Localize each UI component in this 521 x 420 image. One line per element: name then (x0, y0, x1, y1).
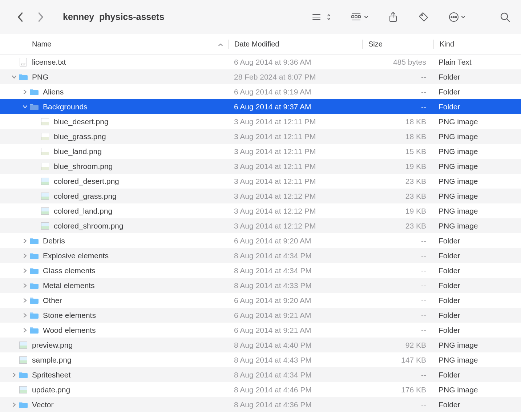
view-list-button[interactable] (312, 13, 331, 21)
disclosure-triangle (32, 192, 40, 200)
file-row[interactable]: blue_grass.png3 Aug 2014 at 12:11 PM18 K… (0, 129, 521, 144)
group-button[interactable] (351, 13, 368, 21)
file-row[interactable]: update.png8 Aug 2014 at 4:46 PM176 KBPNG… (0, 382, 521, 397)
disclosure-triangle[interactable] (10, 371, 18, 379)
disclosure-triangle (32, 133, 40, 141)
nav-buttons (15, 12, 47, 23)
disclosure-triangle[interactable] (21, 326, 29, 334)
item-name: sample.png (32, 356, 72, 364)
folder-icon (18, 73, 28, 81)
disclosure-triangle (32, 148, 40, 156)
folder-row[interactable]: Aliens6 Aug 2014 at 9:19 AM--Folder (0, 84, 521, 99)
folder-icon (29, 237, 39, 245)
item-size: -- (362, 266, 433, 275)
file-row[interactable]: blue_desert.png3 Aug 2014 at 12:11 PM18 … (0, 114, 521, 129)
disclosure-triangle[interactable] (21, 103, 29, 111)
folder-icon (18, 400, 28, 409)
item-date: 6 Aug 2014 at 9:19 AM (228, 88, 362, 96)
forward-button[interactable] (36, 12, 47, 23)
folder-row[interactable]: Stone elements6 Aug 2014 at 9:21 AM--Fol… (0, 308, 521, 323)
column-headers: Name Date Modified Size Kind (0, 34, 521, 54)
text-file-icon (18, 58, 28, 66)
share-button[interactable] (388, 12, 398, 23)
image-file-icon (40, 222, 50, 230)
item-kind: PNG image (433, 207, 521, 215)
disclosure-triangle (10, 386, 18, 394)
column-name[interactable]: Name (32, 40, 228, 48)
file-row[interactable]: blue_shroom.png3 Aug 2014 at 12:11 PM19 … (0, 159, 521, 174)
file-row[interactable]: sample.png8 Aug 2014 at 4:43 PM147 KBPNG… (0, 352, 521, 367)
folder-row[interactable]: Vector8 Aug 2014 at 4:36 PM--Folder (0, 397, 521, 412)
file-row[interactable]: license.txt6 Aug 2014 at 9:36 AM485 byte… (0, 54, 521, 69)
disclosure-triangle[interactable] (10, 73, 18, 81)
disclosure-triangle[interactable] (10, 401, 18, 409)
item-date: 6 Aug 2014 at 9:37 AM (228, 102, 362, 111)
item-name: Vector (32, 400, 54, 409)
folder-icon (29, 311, 39, 320)
file-row[interactable]: colored_grass.png3 Aug 2014 at 12:12 PM2… (0, 189, 521, 203)
tags-button[interactable] (418, 12, 429, 23)
item-date: 3 Aug 2014 at 12:11 PM (228, 177, 362, 186)
column-kind[interactable]: Kind (434, 40, 521, 48)
disclosure-triangle[interactable] (21, 237, 29, 245)
file-row[interactable]: colored_shroom.png3 Aug 2014 at 12:12 PM… (0, 218, 521, 233)
disclosure-triangle[interactable] (21, 282, 29, 290)
item-size: 147 KB (362, 356, 433, 364)
folder-row[interactable]: Explosive elements8 Aug 2014 at 4:34 PM-… (0, 248, 521, 263)
folder-icon (29, 296, 39, 305)
svg-rect-4 (355, 16, 357, 18)
image-file-icon (18, 385, 28, 394)
disclosure-triangle[interactable] (21, 88, 29, 96)
file-list: license.txt6 Aug 2014 at 9:36 AM485 byte… (0, 54, 521, 412)
folder-icon (29, 102, 39, 111)
folder-row[interactable]: Glass elements8 Aug 2014 at 4:34 PM--Fol… (0, 263, 521, 278)
item-kind: PNG image (433, 132, 521, 141)
item-date: 3 Aug 2014 at 12:11 PM (228, 162, 362, 171)
folder-row[interactable]: Other6 Aug 2014 at 9:20 AM--Folder (0, 293, 521, 308)
file-row[interactable]: preview.png8 Aug 2014 at 4:40 PM92 KBPNG… (0, 338, 521, 352)
item-date: 8 Aug 2014 at 4:40 PM (228, 341, 362, 350)
item-kind: PNG image (433, 385, 521, 394)
folder-row[interactable]: Debris6 Aug 2014 at 9:20 AM--Folder (0, 233, 521, 248)
item-name: license.txt (32, 58, 66, 66)
item-size: 19 KB (362, 207, 433, 215)
search-button[interactable] (500, 12, 510, 22)
disclosure-triangle (32, 118, 40, 126)
item-date: 3 Aug 2014 at 12:12 PM (228, 192, 362, 201)
file-row[interactable]: colored_desert.png3 Aug 2014 at 12:11 PM… (0, 174, 521, 189)
item-name: Stone elements (43, 311, 96, 320)
disclosure-triangle[interactable] (21, 296, 29, 304)
image-file-icon (40, 117, 50, 126)
image-file-icon (18, 341, 28, 350)
item-date: 8 Aug 2014 at 4:33 PM (228, 281, 362, 290)
item-kind: Folder (433, 237, 521, 245)
more-button[interactable] (449, 12, 465, 22)
disclosure-triangle[interactable] (21, 267, 29, 275)
item-name: blue_shroom.png (54, 162, 113, 171)
item-size: -- (362, 102, 433, 111)
folder-row[interactable]: Backgrounds6 Aug 2014 at 9:37 AM--Folder (0, 99, 521, 114)
item-date: 8 Aug 2014 at 4:34 PM (228, 251, 362, 260)
disclosure-triangle[interactable] (21, 252, 29, 260)
back-button[interactable] (15, 12, 25, 23)
disclosure-triangle[interactable] (21, 311, 29, 319)
folder-row[interactable]: Wood elements6 Aug 2014 at 9:21 AM--Fold… (0, 323, 521, 338)
item-kind: Folder (433, 266, 521, 275)
item-name: colored_land.png (54, 207, 112, 215)
folder-row[interactable]: Spritesheet8 Aug 2014 at 4:34 PM--Folder (0, 367, 521, 382)
column-date[interactable]: Date Modified (229, 40, 362, 48)
item-size: -- (362, 311, 433, 320)
file-row[interactable]: blue_land.png3 Aug 2014 at 12:11 PM15 KB… (0, 144, 521, 159)
disclosure-triangle (32, 177, 40, 185)
folder-row[interactable]: Metal elements8 Aug 2014 at 4:33 PM--Fol… (0, 278, 521, 293)
file-row[interactable]: colored_land.png3 Aug 2014 at 12:12 PM19… (0, 203, 521, 218)
item-size: -- (362, 251, 433, 260)
svg-line-15 (507, 19, 509, 21)
column-size[interactable]: Size (363, 40, 433, 48)
image-file-icon (40, 192, 50, 201)
chevron-updown-icon (327, 13, 331, 21)
item-name: colored_shroom.png (54, 222, 123, 230)
item-date: 8 Aug 2014 at 4:46 PM (228, 385, 362, 394)
item-kind: Folder (433, 400, 521, 409)
folder-row[interactable]: PNG28 Feb 2024 at 6:07 PM--Folder (0, 69, 521, 84)
